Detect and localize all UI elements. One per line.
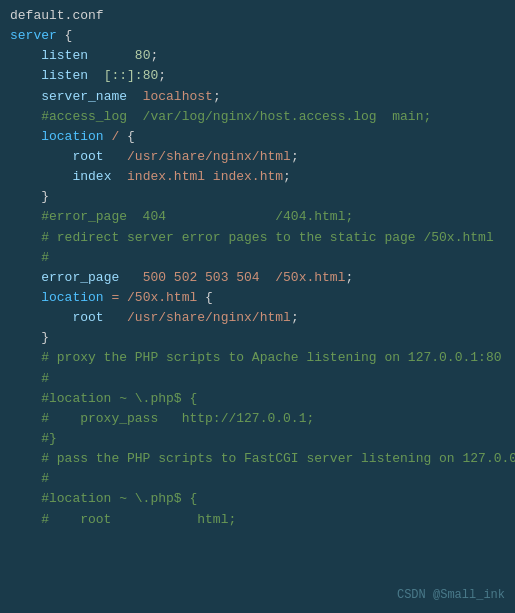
code-line: default.conf <box>10 6 505 26</box>
code-line: location / { <box>10 127 505 147</box>
code-viewer: default.confserver { listen 80; listen [… <box>0 0 515 613</box>
code-line: location = /50x.html { <box>10 288 505 308</box>
code-line: listen [::]:80; <box>10 66 505 86</box>
code-line: #} <box>10 429 505 449</box>
code-line: # proxy the PHP scripts to Apache listen… <box>10 348 505 368</box>
code-line: } <box>10 328 505 348</box>
code-line: #access_log /var/log/nginx/host.access.l… <box>10 107 505 127</box>
code-line: # redirect server error pages to the sta… <box>10 228 505 248</box>
code-content: default.confserver { listen 80; listen [… <box>10 6 505 530</box>
code-line: # proxy_pass http://127.0.0.1; <box>10 409 505 429</box>
code-line: #error_page 404 /404.html; <box>10 207 505 227</box>
code-line: # root html; <box>10 510 505 530</box>
code-line: } <box>10 187 505 207</box>
code-line: # <box>10 248 505 268</box>
code-line: root /usr/share/nginx/html; <box>10 147 505 167</box>
code-line: server { <box>10 26 505 46</box>
code-line: #location ~ \.php$ { <box>10 389 505 409</box>
code-line: root /usr/share/nginx/html; <box>10 308 505 328</box>
code-line: error_page 500 502 503 504 /50x.html; <box>10 268 505 288</box>
code-line: # <box>10 469 505 489</box>
code-line: listen 80; <box>10 46 505 66</box>
code-line: server_name localhost; <box>10 87 505 107</box>
code-line: # pass the PHP scripts to FastCGI server… <box>10 449 505 469</box>
code-line: index index.html index.htm; <box>10 167 505 187</box>
code-line: #location ~ \.php$ { <box>10 489 505 509</box>
watermark: CSDN @Small_ink <box>397 586 505 605</box>
code-line: # <box>10 369 505 389</box>
